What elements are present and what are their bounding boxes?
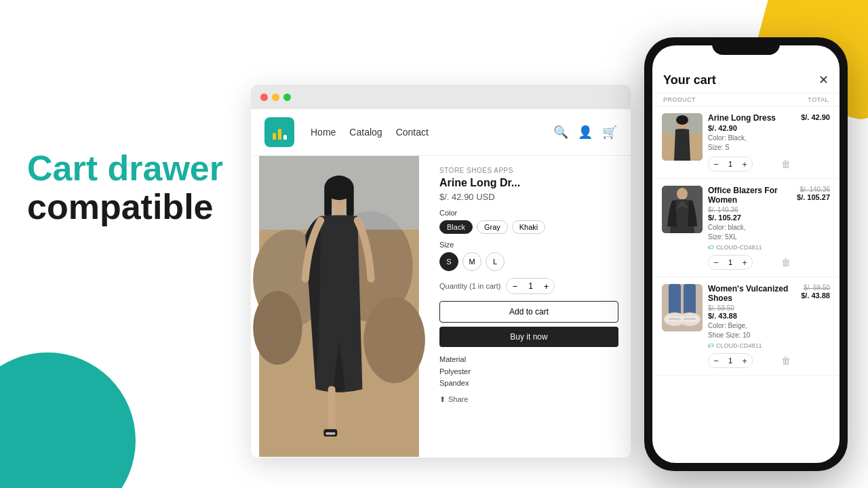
item2-total-col: $/. 140.36 $/. 105.27 (796, 186, 830, 201)
qty-label: Quantity (1 in cart) (439, 282, 500, 290)
item3-delete-button[interactable]: 🗑 (781, 355, 791, 366)
item3-tag: 🏷 CLOUD-CD4811 (708, 342, 791, 349)
user-icon[interactable]: 👤 (578, 125, 593, 140)
cart-header: Your cart ✕ (652, 64, 840, 94)
item2-svg (662, 186, 703, 233)
tag-icon-2: 🏷 (708, 244, 714, 251)
add-to-cart-button[interactable]: Add to cart (439, 301, 618, 323)
nav-catalog[interactable]: Catalog (349, 127, 382, 138)
cart-item: Office Blazers For Women $/. 140.36 $/. … (652, 179, 840, 277)
cart-item-info-1: Arine Long Dress $/. 42.90 Color: Black,… (708, 113, 791, 171)
color-gray[interactable]: Gray (477, 220, 508, 234)
phone-mockup: Your cart ✕ PRODUCT TOTAL (644, 37, 848, 471)
svg-point-18 (676, 115, 688, 125)
item3-qty-increase[interactable]: + (737, 354, 752, 367)
item2-delete-button[interactable]: 🗑 (781, 257, 791, 268)
svg-rect-23 (684, 284, 696, 314)
item2-color: Color: black, (708, 224, 746, 231)
model-svg (251, 156, 427, 457)
share-row: ⬆ Share (439, 395, 618, 404)
size-l[interactable]: L (486, 252, 505, 271)
item1-qty-row: − 1 + 🗑 (708, 157, 791, 171)
qty-row: Quantity (1 in cart) − 1 + (439, 278, 618, 294)
col-total: TOTAL (808, 96, 829, 103)
item3-svg (662, 284, 703, 331)
item3-tag-val: CLOUD-CD4811 (716, 342, 762, 349)
item3-name: Women's Vulcanized Shoes (708, 284, 791, 303)
col-product: PRODUCT (663, 96, 696, 103)
item1-color: Color: Black, (708, 134, 747, 142)
item2-qty-control: − 1 + (708, 255, 753, 270)
item1-qty-increase[interactable]: + (737, 157, 752, 171)
tag-icon-3: 🏷 (708, 342, 714, 349)
size-s[interactable]: S (439, 252, 458, 271)
search-icon[interactable]: 🔍 (553, 125, 568, 140)
share-label[interactable]: Share (448, 395, 468, 403)
item1-qty-val: 1 (724, 160, 737, 168)
material-1: Polyester (439, 366, 618, 378)
item1-qty-decrease[interactable]: − (709, 157, 724, 171)
hero-line1: Cart drawer (27, 149, 223, 188)
item1-price: $/. 42.90 (708, 124, 791, 132)
svg-point-20 (677, 188, 688, 200)
item2-qty-increase[interactable]: + (737, 256, 752, 269)
svg-rect-14 (326, 432, 335, 435)
cart-close-button[interactable]: ✕ (818, 73, 829, 87)
item2-total: $/. 105.27 (796, 193, 830, 201)
item2-qty-decrease[interactable]: − (709, 256, 724, 269)
qty-decrease[interactable]: − (507, 279, 523, 293)
item2-orig-price: $/. 140.36 (708, 206, 791, 214)
material-2: Spandex (439, 378, 618, 390)
hero-line2: compatible (27, 188, 223, 226)
qty-increase[interactable]: + (538, 279, 554, 293)
browser-dot-green (283, 94, 291, 101)
size-m[interactable]: M (462, 252, 481, 271)
store-nav: Home Catalog Contact 🔍 👤 🛒 (251, 109, 631, 156)
nav-home[interactable]: Home (311, 127, 336, 138)
item2-tag: 🏷 CLOUD-CD4811 (708, 244, 791, 251)
color-black[interactable]: Black (439, 220, 473, 234)
item1-meta: Color: Black, Size: S (708, 134, 791, 152)
item1-delete-button[interactable]: 🗑 (781, 159, 791, 169)
store-tag: STORE SHOES APPS (439, 167, 618, 174)
item2-meta: Color: black, Size: 5XL (708, 223, 791, 242)
store-logo (264, 117, 294, 147)
item3-total-orig: $/. 59.50 (796, 284, 830, 291)
item2-qty-val: 1 (724, 258, 737, 266)
cart-columns: PRODUCT TOTAL (652, 94, 840, 106)
svg-rect-28 (669, 318, 681, 320)
browser-mockup: Home Catalog Contact 🔍 👤 🛒 (251, 85, 631, 458)
qty-control: − 1 + (506, 278, 555, 294)
cart-item-info-2: Office Blazers For Women $/. 140.36 $/. … (708, 186, 791, 270)
item3-qty-decrease[interactable]: − (709, 354, 724, 367)
bar2 (278, 129, 281, 140)
size-label: Size (439, 241, 618, 249)
nav-icons: 🔍 👤 🛒 (553, 125, 617, 140)
cart-drawer: Your cart ✕ PRODUCT TOTAL (652, 45, 840, 463)
cart-title: Your cart (663, 73, 716, 87)
product-details: STORE SHOES APPS Arine Long Dr... $/. 42… (427, 156, 631, 457)
cart-icon[interactable]: 🛒 (602, 125, 617, 140)
browser-titlebar (251, 85, 631, 109)
svg-rect-29 (684, 318, 696, 320)
nav-links: Home Catalog Contact (311, 127, 553, 138)
product-price: $/. 42.90 USD (439, 192, 618, 202)
buy-now-button[interactable]: Buy it now (439, 327, 618, 347)
item1-qty-control: − 1 + (708, 157, 753, 171)
item1-total-col: $/. 42.90 (796, 113, 830, 121)
hero-section: Cart drawer compatible (27, 149, 223, 226)
svg-rect-9 (324, 186, 332, 217)
item3-total: $/. 43.88 (796, 291, 830, 300)
browser-content: Home Catalog Contact 🔍 👤 🛒 (251, 109, 631, 458)
share-icon: ⬆ (439, 395, 446, 404)
color-khaki[interactable]: Khaki (512, 220, 546, 234)
cart-item-image-2 (662, 186, 703, 233)
svg-point-4 (253, 291, 302, 365)
item3-orig-price: $/. 59.50 (708, 304, 791, 312)
svg-rect-22 (669, 284, 681, 314)
item2-tag-val: CLOUD-CD4811 (716, 244, 762, 251)
nav-contact[interactable]: Contact (396, 127, 429, 138)
product-area: STORE SHOES APPS Arine Long Dr... $/. 42… (251, 156, 631, 457)
item3-size: Shoe Size: 10 (708, 331, 750, 339)
item3-price: $/. 43.88 (708, 312, 791, 320)
